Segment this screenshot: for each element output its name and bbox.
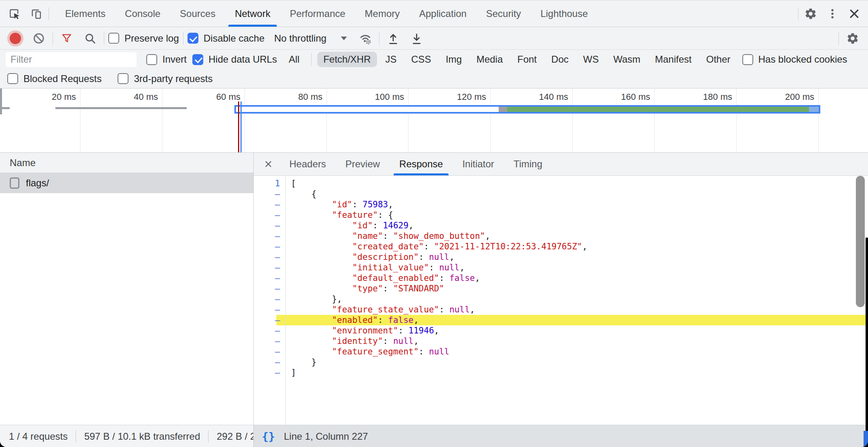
filter-chip-fetch-xhr[interactable]: Fetch/XHR (317, 52, 377, 67)
inspect-element-button[interactable] (5, 4, 24, 23)
checkbox-box (192, 54, 203, 65)
name-column-header[interactable]: Name (0, 153, 253, 173)
code-line: "description": null, (286, 252, 868, 262)
more-options-button[interactable] (823, 4, 842, 23)
tab-label: Performance (290, 8, 345, 19)
waterfall-segment (507, 107, 809, 112)
invert-checkbox[interactable]: Invert (146, 54, 187, 65)
tab-headers[interactable]: Headers (280, 153, 336, 175)
export-har-button[interactable] (407, 29, 426, 48)
filter-chip-css[interactable]: CSS (405, 52, 437, 67)
settings-button[interactable] (801, 4, 820, 23)
wrap-marker: – (254, 357, 285, 367)
tab-elements[interactable]: Elements (55, 0, 115, 27)
filter-chip-wasm[interactable]: Wasm (607, 52, 647, 67)
third-party-requests-checkbox[interactable]: 3rd-party requests (118, 73, 213, 84)
transferred-size: 597 B / 10.1 kB transferred (84, 431, 200, 442)
tab-network[interactable]: Network (225, 0, 280, 27)
tab-security[interactable]: Security (476, 0, 531, 27)
device-toolbar-button[interactable] (27, 4, 46, 23)
waterfall-segment (809, 107, 819, 112)
waterfall-segment (236, 107, 499, 112)
resources-size: 292 B / 2 (217, 431, 254, 442)
grid-line (244, 89, 245, 152)
filter-chip-other[interactable]: Other (700, 52, 736, 67)
pretty-print-icon[interactable]: {} (262, 430, 275, 443)
wrap-marker: – (254, 241, 285, 252)
tab-response[interactable]: Response (390, 153, 453, 175)
hide-data-urls-checkbox[interactable]: Hide data URLs (192, 54, 277, 65)
filter-chip-all[interactable]: All (282, 52, 305, 67)
tick-label: 80 ms (298, 92, 322, 102)
divider (104, 32, 104, 45)
search-icon (84, 32, 96, 44)
line-number: 1 (254, 178, 285, 189)
disable-cache-checkbox[interactable]: Disable cache (188, 33, 265, 44)
tab-application[interactable]: Application (409, 0, 476, 27)
grid-line (818, 89, 819, 152)
filter-chip-font[interactable]: Font (511, 52, 543, 67)
tab-lighthouse[interactable]: Lighthouse (531, 0, 597, 27)
tab-label: Elements (65, 8, 105, 19)
filter-chip-media[interactable]: Media (470, 52, 509, 67)
divider (208, 430, 209, 443)
record-network-log-button[interactable] (6, 29, 25, 48)
code-line: "feature_segment": null (286, 346, 868, 357)
overview-timeline[interactable]: 20 ms40 ms60 ms80 ms100 ms120 ms140 ms16… (0, 89, 868, 153)
tab-label: Headers (289, 158, 326, 170)
divider (53, 32, 53, 45)
network-conditions-button[interactable] (356, 29, 375, 48)
tab-memory[interactable]: Memory (355, 0, 410, 27)
tab-label: Network (235, 8, 270, 19)
wrap-marker: – (254, 325, 285, 336)
code-line: "enabled": false, (286, 315, 868, 325)
filter-chip-ws[interactable]: WS (577, 52, 605, 67)
import-har-button[interactable] (383, 29, 403, 48)
tab-label: Timing (514, 158, 542, 170)
network-settings-button[interactable] (843, 29, 862, 48)
preserve-log-checkbox[interactable]: Preserve log (108, 33, 179, 44)
response-editor[interactable]: 1–––––––––––––––––– [ { "id": 75983, "fe… (254, 176, 868, 425)
search-button[interactable] (80, 29, 100, 48)
close-details-button[interactable] (257, 153, 280, 175)
filter-toggle-button[interactable] (57, 29, 76, 48)
blocked-requests-checkbox[interactable]: Blocked Requests (7, 73, 101, 84)
clear-network-log-button[interactable] (29, 29, 48, 48)
tab-label: Memory (365, 8, 400, 19)
overview-request-bar (55, 107, 187, 109)
close-devtools-button[interactable] (845, 4, 864, 23)
checkbox-label: 3rd-party requests (134, 73, 213, 84)
tick-label: 140 ms (539, 92, 568, 102)
record-icon (10, 33, 21, 44)
tab-preview[interactable]: Preview (336, 153, 390, 175)
filter-chip-img[interactable]: Img (440, 52, 468, 67)
code-line: ] (286, 367, 868, 378)
wrap-marker: – (254, 304, 285, 315)
tab-label: Application (419, 8, 466, 19)
tab-console[interactable]: Console (115, 0, 170, 27)
tick-label: 20 ms (52, 92, 76, 102)
tab-sources[interactable]: Sources (170, 0, 225, 27)
has-blocked-cookies-checkbox[interactable]: Has blocked cookies (742, 54, 847, 65)
throttling-select[interactable]: No throttling (268, 33, 351, 44)
filter-chip-doc[interactable]: Doc (545, 52, 575, 67)
tab-performance[interactable]: Performance (280, 0, 355, 27)
filter-input[interactable] (6, 52, 137, 67)
wrap-marker: – (254, 336, 285, 346)
grid-line (736, 89, 737, 152)
tab-initiator[interactable]: Initiator (453, 153, 504, 175)
filter-chip-manifest[interactable]: Manifest (649, 52, 698, 67)
tab-timing[interactable]: Timing (504, 153, 552, 175)
tab-label: Lighthouse (540, 8, 588, 19)
requests-panel: Name flags/ (0, 153, 254, 425)
tick-label: 180 ms (703, 92, 732, 102)
status-bar: 1 / 4 requests 597 B / 10.1 kB transferr… (0, 425, 868, 447)
editor-code[interactable]: [ { "id": 75983, "feature": { "id": 1462… (286, 176, 868, 425)
request-row-flags[interactable]: flags/ (0, 173, 253, 193)
filter-type-chips: AllFetch/XHRJSCSSImgMediaFontDocWSWasmMa… (282, 52, 736, 67)
filter-chip-js[interactable]: JS (379, 52, 403, 67)
tick-label: 120 ms (457, 92, 486, 102)
main-tabbar: Elements Console Sources Network Perform… (0, 0, 868, 27)
scrollbar-thumb[interactable] (856, 176, 865, 307)
close-icon (263, 159, 273, 169)
